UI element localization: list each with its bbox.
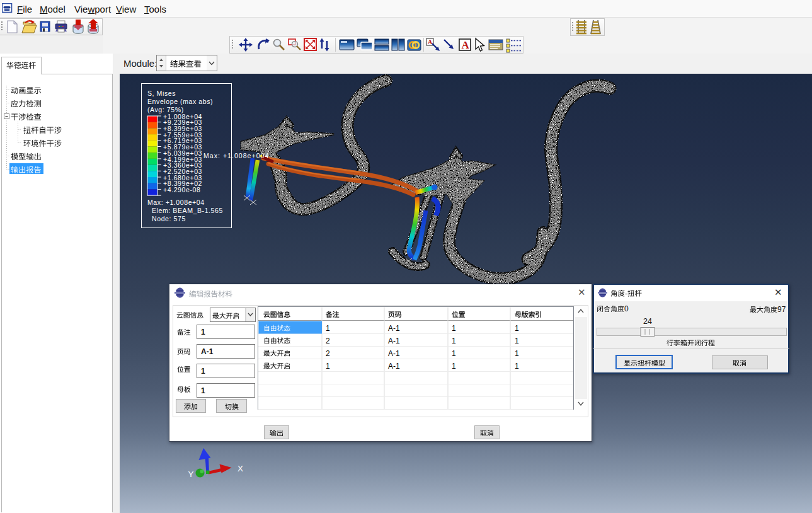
svg-text:Max: +1.008e+004: Max: +1.008e+004 (203, 152, 269, 159)
svg-text:A-1: A-1 (388, 349, 400, 358)
svg-text:+4.290e-08: +4.290e-08 (163, 186, 200, 193)
svg-text:2: 2 (326, 337, 330, 345)
svg-text:1: 1 (326, 324, 330, 333)
svg-text:2: 2 (326, 349, 330, 358)
svg-text:X: X (237, 464, 243, 473)
svg-text:1: 1 (515, 337, 519, 345)
svg-text:A-1: A-1 (388, 337, 400, 345)
svg-text:A-1: A-1 (388, 324, 400, 333)
svg-text:A-1: A-1 (388, 362, 400, 371)
svg-text:1: 1 (326, 362, 330, 371)
svg-text:Y: Y (188, 470, 194, 479)
svg-text:1: 1 (515, 349, 519, 358)
svg-text:1: 1 (452, 349, 456, 358)
svg-text:1: 1 (452, 337, 456, 345)
svg-text:Envelope (max abs): Envelope (max abs) (147, 98, 213, 105)
svg-text:1: 1 (515, 324, 519, 333)
svg-text:Node: 575: Node: 575 (152, 215, 186, 222)
svg-text:A: A (462, 39, 470, 51)
svg-text:Max: +1.008e+04: Max: +1.008e+04 (147, 199, 205, 206)
svg-text:1: 1 (452, 324, 456, 333)
svg-text:Elem: BEAM_B-1.565: Elem: BEAM_B-1.565 (152, 207, 223, 214)
svg-text:1: 1 (452, 362, 456, 371)
svg-text:S, Mises: S, Mises (147, 89, 176, 97)
svg-text:1: 1 (515, 362, 519, 371)
